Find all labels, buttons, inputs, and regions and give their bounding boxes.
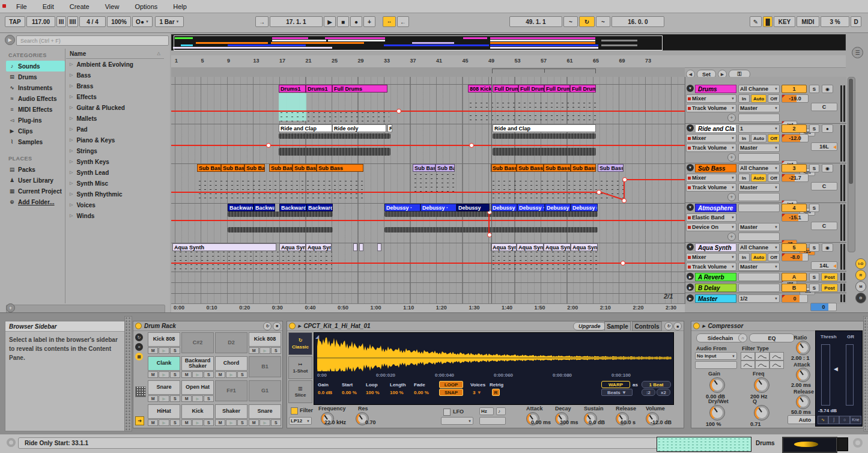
knob-dry-wet[interactable]	[709, 405, 725, 421]
show-d-toggle[interactable]: D	[855, 293, 866, 303]
show-devices-icon[interactable]: ➔	[135, 416, 144, 425]
menu-edit[interactable]: Edit	[35, 3, 62, 10]
hot-swap-icon[interactable]: ↻	[263, 322, 272, 330]
filter-shape-button[interactable]	[741, 360, 755, 369]
pan-field[interactable]: 16L	[811, 142, 837, 151]
input-chooser[interactable]: All Channe▼	[738, 85, 780, 93]
param-value-gain[interactable]: 0.0 dB	[318, 390, 332, 395]
monitor-in-button[interactable]: In	[738, 174, 750, 182]
input-chooser[interactable]	[738, 273, 780, 281]
pad-play-icon[interactable]: ▶	[159, 371, 169, 378]
save-preset-icon[interactable]: ■	[673, 322, 682, 330]
drum-pad-clank[interactable]: ClankM▶S	[148, 356, 180, 379]
clip-drums[interactable]: Drums1	[306, 85, 332, 93]
automation-chooser[interactable]	[738, 153, 780, 162]
automation-chooser[interactable]	[738, 193, 780, 201]
filter-shape-button[interactable]	[769, 360, 784, 369]
monitor-in-button[interactable]: In	[738, 253, 750, 261]
follow-toggle-button[interactable]: ▐▌	[763, 16, 772, 27]
sidebar-item-midi-effects[interactable]: ≡ MIDI Effects	[6, 104, 65, 115]
dragged-clip-preview[interactable]	[657, 437, 751, 452]
pad-name[interactable]: C#2	[181, 332, 214, 353]
stop-button[interactable]: ■	[337, 16, 349, 27]
mode-tab-classic[interactable]: ↻Classic	[288, 332, 312, 355]
pad-solo-button[interactable]: S	[271, 419, 281, 426]
loop-button[interactable]: ↻	[579, 16, 595, 27]
device-chooser[interactable]: Mixer▼	[686, 253, 736, 261]
track-name[interactable]: Sub Bass	[695, 164, 736, 172]
mode-tab-1-shot[interactable]: ↦1-Shot	[288, 356, 312, 379]
automation-line[interactable]	[171, 192, 598, 193]
clip-sub-bass[interactable]: Sub Bass	[571, 164, 596, 172]
track-activator[interactable]: 4	[782, 204, 807, 212]
arm-button[interactable]: ◉	[822, 164, 833, 172]
browser-folder-synth-rhythmic[interactable]: ▷ Synth Rhythmic	[66, 189, 164, 199]
time-ruler[interactable]: 0:000:100:200:300:400:501:001:101:201:30…	[171, 303, 685, 312]
monitor-in-button[interactable]: In	[738, 134, 750, 142]
knob-value-release[interactable]: 50.0 ms	[791, 409, 811, 415]
lfo-rate-field[interactable]	[479, 417, 506, 425]
clip-sub-bass[interactable]: Sub Bass	[293, 164, 317, 172]
knob-freq[interactable]	[754, 377, 769, 393]
device-drag-strip[interactable]	[124, 316, 132, 431]
browser-folder-strings[interactable]: ▷ Strings	[66, 145, 164, 156]
nudge-up-button[interactable]: IIII	[67, 16, 78, 27]
menu-create[interactable]: Create	[62, 3, 97, 10]
output-chooser[interactable]: Master▼	[738, 104, 780, 112]
add-automation-lane-button[interactable]: +	[727, 114, 736, 122]
browser-collapse-icon[interactable]: ▶	[5, 35, 15, 45]
pad-name[interactable]: Shaker	[215, 404, 247, 419]
control-chooser[interactable]: Device On▼	[686, 223, 736, 231]
compressor-title-bar[interactable]: ▶ Compressor	[691, 321, 863, 331]
expand-icon[interactable]: ▷	[70, 181, 73, 186]
drum-pad-kick-808[interactable]: Kick 808M▶S	[249, 332, 281, 354]
chain-list-icon[interactable]: ≡	[135, 343, 143, 351]
pan-field[interactable]: 14L	[811, 261, 837, 270]
drum-pad-c-2[interactable]: C#2	[181, 332, 214, 354]
clip-drums[interactable]: Full Drum	[570, 85, 596, 93]
track-name[interactable]: Drums	[695, 85, 736, 93]
clip-aqua-synth[interactable]: Aqua Syn	[544, 243, 571, 251]
device-on-icon[interactable]	[135, 323, 142, 329]
pad-mute-button[interactable]: M	[215, 419, 225, 426]
master-volume-field[interactable]: 0	[782, 294, 808, 303]
add-automation-lane-button[interactable]: +	[727, 233, 736, 241]
browser-folder-mallets[interactable]: ▷ Mallets	[66, 113, 164, 124]
input-chooser[interactable]: 1▼	[738, 124, 780, 133]
browser-folder-guitar-plucked[interactable]: ▷ Guitar & Plucked	[66, 102, 164, 113]
pad-mute-button[interactable]: M	[249, 419, 259, 426]
automation-line[interactable]	[171, 263, 685, 264]
clip-aqua-synth[interactable]	[377, 243, 381, 251]
double-tempo-button[interactable]: x2	[657, 389, 670, 396]
device-on-icon[interactable]	[289, 323, 296, 329]
clip-atmosphere[interactable]: Debussy ·	[420, 204, 457, 211]
browser-folder-winds[interactable]: ▷ Winds	[66, 210, 164, 221]
clip-aqua-synth[interactable]: Aqua Syn	[279, 243, 306, 251]
lfo-type-chooser[interactable]: ▼	[441, 417, 473, 425]
monitor-auto-button[interactable]: Auto	[751, 94, 766, 103]
drum-pad-hihat[interactable]: HiHatM▶S	[148, 404, 180, 427]
hot-swap-icon[interactable]: ↻	[664, 322, 673, 330]
knob-value-q[interactable]: 0.71	[750, 421, 761, 427]
transfer-curve-button[interactable]: ⌡	[828, 416, 839, 424]
retrig-button[interactable]: R	[492, 389, 500, 396]
mini-clip-slot[interactable]	[837, 437, 848, 451]
device-fold-icon[interactable]: ▶	[702, 324, 705, 329]
automation-chooser[interactable]	[738, 233, 780, 241]
browser-folder-synth-misc[interactable]: ▷ Synth Misc	[66, 178, 164, 189]
menu-view[interactable]: View	[97, 3, 127, 10]
clip-sub-bass[interactable]: Sub Bass	[544, 164, 571, 172]
automation-breakpoint[interactable]	[622, 177, 627, 182]
solo-button[interactable]: S	[809, 273, 819, 281]
device-on-icon[interactable]	[693, 323, 700, 329]
arrangement-lanes[interactable]: Drums1Drums1Full Drums808 KickFull DrumF…	[171, 77, 685, 304]
loop-on-button[interactable]: LOOP	[439, 381, 463, 388]
sidebar-item-samples[interactable]: ⌇ Samples	[6, 136, 65, 147]
pad-solo-button[interactable]: S	[204, 395, 214, 402]
key-map-button[interactable]: KEY	[774, 16, 795, 27]
draw-mode-button[interactable]: ✎	[750, 16, 762, 27]
collapsed-view-button[interactable]: ○	[839, 416, 850, 424]
param-value-fade[interactable]: 0.00 %	[414, 390, 429, 395]
loop-length-display[interactable]: 16. 0. 0	[612, 16, 664, 27]
pad-name[interactable]: HiHat	[148, 404, 180, 419]
